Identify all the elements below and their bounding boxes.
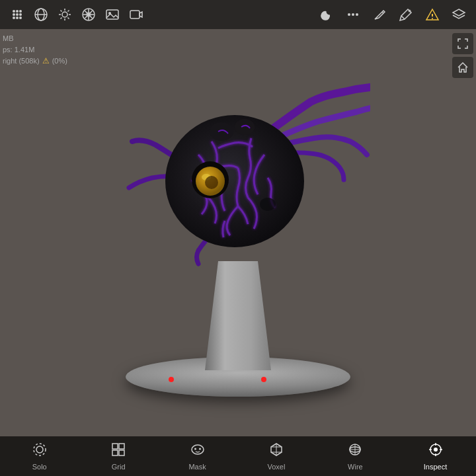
tool-mask[interactable]: Mask [182,439,214,473]
apps-icon[interactable] [5,3,29,26]
svg-point-48 [194,448,196,450]
layers-icon[interactable] [447,3,471,26]
svg-point-28 [356,13,358,16]
svg-rect-25 [130,11,139,19]
svg-point-38 [260,198,276,211]
viewport[interactable] [0,29,476,436]
svg-point-0 [13,10,15,13]
tool-inspect[interactable]: Inspect [418,439,452,473]
svg-rect-43 [112,444,118,449]
svg-rect-44 [119,444,124,449]
snowflake-icon[interactable] [77,3,100,26]
moon-icon[interactable] [315,3,338,26]
svg-line-17 [61,11,62,12]
dropper-icon[interactable] [394,3,418,26]
svg-point-26 [348,13,350,16]
svg-point-47 [192,445,204,454]
svg-point-6 [13,17,15,19]
svg-point-8 [19,17,22,19]
tool-solo[interactable]: Solo [24,439,56,473]
info-overlay: MB ps: 1.41M right (508k) ⚠ (0%) [3,33,67,67]
grid-label: Grid [112,463,126,471]
voxel-label: Voxel [268,463,286,471]
mask-label: Mask [188,463,206,471]
svg-point-27 [352,13,354,16]
pen-icon[interactable] [368,3,391,26]
svg-point-37 [205,176,218,189]
svg-point-5 [19,13,22,16]
svg-point-4 [16,13,19,16]
tool-wire[interactable]: Wire [339,439,371,473]
wire-icon [347,442,363,461]
svg-point-2 [19,10,22,13]
grid-icon [110,442,126,461]
top-toolbar [0,0,476,29]
ellipsis-dots-icon[interactable] [341,3,365,26]
svg-point-3 [13,13,15,16]
vram-info: right (508k) ⚠ (0%) [3,55,67,67]
poly-count: ps: 1.41M [3,44,67,56]
svg-rect-23 [106,10,118,19]
warning-triangle-icon[interactable] [420,3,444,26]
svg-rect-46 [119,450,124,456]
svg-point-55 [434,448,438,452]
svg-point-41 [36,446,43,453]
solo-label: Solo [32,463,47,471]
svg-rect-45 [112,450,118,456]
mask-icon [190,442,206,461]
creature-model [106,62,370,313]
svg-point-49 [199,448,201,450]
svg-line-19 [68,11,69,12]
svg-point-39 [210,122,233,141]
solo-icon [32,442,48,461]
svg-point-1 [16,10,19,13]
vram-warning-icon: ⚠ [42,55,50,67]
corner-buttons [452,33,473,78]
inspect-label: Inspect [424,463,447,471]
voxel-icon [268,442,284,461]
sun-icon[interactable] [53,3,77,26]
globe-icon[interactable] [29,3,53,26]
image-icon[interactable] [100,3,124,26]
svg-line-18 [68,18,69,19]
svg-point-42 [34,444,46,456]
svg-point-7 [16,17,19,19]
svg-point-40 [235,119,255,135]
svg-point-29 [409,10,411,13]
home-button[interactable] [452,57,473,78]
video-icon[interactable] [124,3,148,26]
memory-info: MB [3,33,67,44]
svg-line-20 [61,18,62,19]
bottom-toolbar: Solo Grid Mask Voxel Wire Inspect [0,436,476,476]
red-dot-left [169,377,174,382]
red-dot-right [261,377,266,382]
svg-point-31 [432,18,433,19]
inspect-icon [428,442,444,461]
svg-point-33 [165,115,304,247]
svg-point-12 [62,12,67,17]
tool-voxel[interactable]: Voxel [260,439,292,473]
fullscreen-button[interactable] [452,33,473,54]
tool-grid[interactable]: Grid [102,439,134,473]
wire-label: Wire [348,463,363,471]
